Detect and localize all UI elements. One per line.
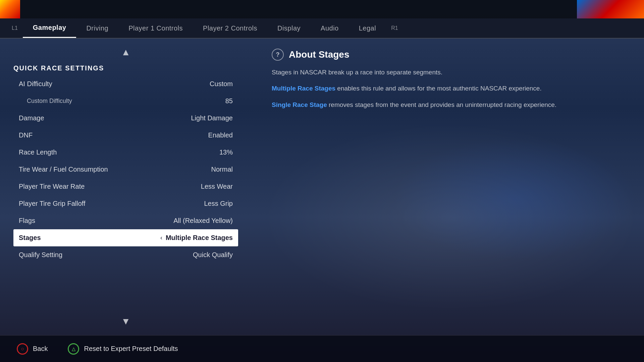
circle-button: ○ [17,343,28,355]
section-title: QUICK RACE SETTINGS [13,64,238,72]
back-label: Back [33,345,48,353]
setting-custom-difficulty[interactable]: Custom Difficulty 85 [13,93,238,110]
info-title: About Stages [289,49,349,60]
tab-gameplay[interactable]: Gameplay [23,18,76,38]
reset-label: Reset to Expert Preset Defaults [84,345,178,353]
info-paragraph-2: Multiple Race Stages enables this rule a… [272,83,624,94]
scroll-up-arrow[interactable]: ▲ [13,45,238,59]
tab-player2-controls[interactable]: Player 2 Controls [193,18,267,38]
top-bar-right-accent [577,0,644,18]
top-bar [0,0,644,18]
trigger-left: L1 [7,25,23,31]
info-paragraph-3: Single Race Stage removes stages from th… [272,100,624,110]
setting-tire-wear[interactable]: Tire Wear / Fuel Consumption Normal [13,161,238,178]
setting-flags[interactable]: Flags All (Relaxed Yellow) [13,212,238,229]
setting-qualify[interactable]: Qualify Setting Quick Qualify [13,246,238,263]
bottom-bar: ○ Back △ Reset to Expert Preset Defaults [0,335,644,362]
tab-player1-controls[interactable]: Player 1 Controls [118,18,193,38]
top-bar-left-accent [0,0,20,18]
back-action[interactable]: ○ Back [17,343,48,355]
stages-left-arrow: ‹ [160,234,162,241]
info-icon: ? [272,49,284,61]
setting-damage[interactable]: Damage Light Damage [13,110,238,127]
setting-stages[interactable]: Stages ‹ Multiple Race Stages [13,229,238,246]
tab-display[interactable]: Display [267,18,311,38]
main-content: ▲ QUICK RACE SETTINGS AI Difficulty Cust… [0,39,644,335]
setting-ai-difficulty[interactable]: AI Difficulty Custom [13,75,238,93]
setting-player-tire-wear[interactable]: Player Tire Wear Rate Less Wear [13,178,238,195]
tab-legal[interactable]: Legal [349,18,386,38]
info-paragraph-1: Stages in NASCAR break up a race into se… [272,67,624,77]
setting-player-tire-grip[interactable]: Player Tire Grip Falloff Less Grip [13,195,238,212]
multiple-race-stages-link: Multiple Race Stages [272,85,335,92]
tab-navigation: L1 Gameplay Driving Player 1 Controls Pl… [0,18,644,39]
settings-list: AI Difficulty Custom Custom Difficulty 8… [13,75,238,314]
tab-driving[interactable]: Driving [76,18,118,38]
triangle-button: △ [68,343,79,355]
single-race-stage-link: Single Race Stage [272,101,327,108]
tab-audio[interactable]: Audio [311,18,349,38]
scroll-down-arrow[interactable]: ▼ [13,314,238,328]
left-panel: ▲ QUICK RACE SETTINGS AI Difficulty Cust… [0,39,252,335]
reset-action[interactable]: △ Reset to Expert Preset Defaults [68,343,178,355]
trigger-right: R1 [386,25,403,31]
info-header: ? About Stages [272,49,624,61]
setting-dnf[interactable]: DNF Enabled [13,127,238,144]
setting-race-length[interactable]: Race Length 13% [13,144,238,161]
right-panel: ? About Stages Stages in NASCAR break up… [252,39,644,335]
